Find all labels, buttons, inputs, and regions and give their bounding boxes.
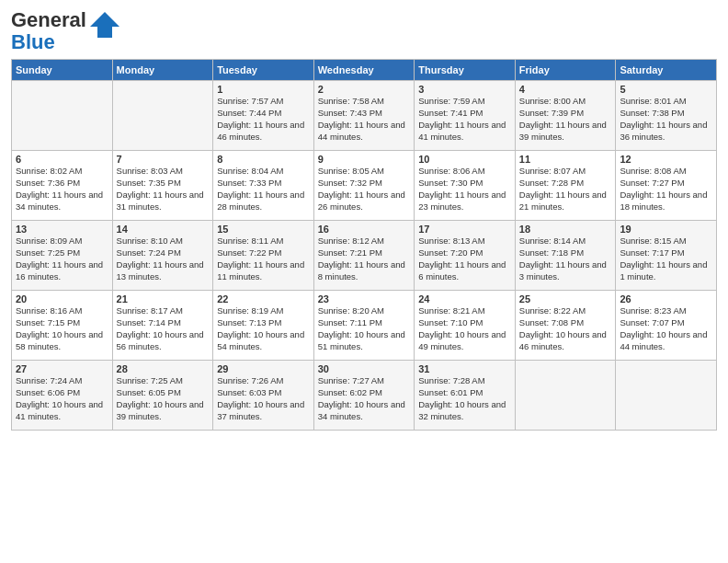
sunrise-text: Sunrise: 7:57 AM — [217, 96, 283, 106]
day-number: 12 — [620, 154, 712, 165]
day-cell: 5Sunrise: 8:01 AMSunset: 7:38 PMDaylight… — [616, 81, 717, 151]
day-cell: 8Sunrise: 8:04 AMSunset: 7:33 PMDaylight… — [213, 151, 314, 221]
day-cell: 25Sunrise: 8:22 AMSunset: 7:08 PMDayligh… — [515, 291, 616, 361]
day-info: Sunrise: 8:15 AMSunset: 7:17 PMDaylight:… — [620, 236, 712, 282]
sunset-text: Sunset: 7:17 PM — [620, 247, 684, 258]
day-cell: 31Sunrise: 7:28 AMSunset: 6:01 PMDayligh… — [415, 361, 516, 431]
day-info: Sunrise: 7:26 AMSunset: 6:03 PMDaylight:… — [217, 375, 310, 422]
daylight-text: Daylight: 10 hours and 32 minutes. — [418, 399, 506, 421]
daylight-text: Daylight: 11 hours and 34 minutes. — [16, 190, 103, 212]
day-number: 26 — [620, 293, 712, 304]
daylight-text: Daylight: 10 hours and 37 minutes. — [217, 399, 304, 421]
sunset-text: Sunset: 7:32 PM — [318, 178, 382, 188]
day-info: Sunrise: 8:17 AMSunset: 7:14 PMDaylight:… — [117, 305, 210, 352]
sunset-text: Sunset: 7:43 PM — [318, 108, 382, 118]
calendar-table: SundayMondayTuesdayWednesdayThursdayFrid… — [11, 59, 717, 431]
day-number: 21 — [117, 293, 210, 304]
daylight-text: Daylight: 11 hours and 23 minutes. — [418, 190, 506, 212]
header: General Blue — [11, 9, 717, 53]
day-info: Sunrise: 7:27 AMSunset: 6:02 PMDaylight:… — [318, 375, 411, 422]
svg-marker-0 — [90, 12, 119, 38]
daylight-text: Daylight: 10 hours and 51 minutes. — [318, 329, 405, 351]
day-cell — [112, 81, 213, 151]
day-cell: 20Sunrise: 8:16 AMSunset: 7:15 PMDayligh… — [12, 291, 113, 361]
daylight-text: Daylight: 11 hours and 21 minutes. — [519, 190, 607, 212]
sunset-text: Sunset: 7:10 PM — [418, 317, 483, 327]
sunrise-text: Sunrise: 7:27 AM — [318, 375, 384, 385]
day-cell: 15Sunrise: 8:11 AMSunset: 7:22 PMDayligh… — [213, 221, 314, 291]
day-info: Sunrise: 8:19 AMSunset: 7:13 PMDaylight:… — [217, 305, 310, 352]
sunset-text: Sunset: 6:02 PM — [318, 387, 382, 397]
daylight-text: Daylight: 11 hours and 36 minutes. — [620, 120, 707, 142]
day-number: 28 — [117, 363, 210, 374]
sunrise-text: Sunrise: 8:07 AM — [519, 166, 586, 176]
sunset-text: Sunset: 7:07 PM — [620, 317, 684, 327]
day-number: 18 — [519, 224, 612, 235]
day-cell: 10Sunrise: 8:06 AMSunset: 7:30 PMDayligh… — [415, 151, 516, 221]
sunset-text: Sunset: 7:28 PM — [519, 178, 584, 188]
day-info: Sunrise: 7:28 AMSunset: 6:01 PMDaylight:… — [418, 375, 511, 422]
week-row-5: 27Sunrise: 7:24 AMSunset: 6:06 PMDayligh… — [12, 361, 717, 431]
day-number: 8 — [217, 154, 310, 165]
day-info: Sunrise: 7:59 AMSunset: 7:41 PMDaylight:… — [418, 96, 511, 143]
day-cell: 19Sunrise: 8:15 AMSunset: 7:17 PMDayligh… — [616, 221, 717, 291]
sunrise-text: Sunrise: 8:11 AM — [217, 236, 283, 246]
sunset-text: Sunset: 6:06 PM — [16, 387, 80, 397]
day-info: Sunrise: 8:22 AMSunset: 7:08 PMDaylight:… — [519, 305, 612, 352]
sunrise-text: Sunrise: 8:16 AM — [16, 305, 82, 316]
sunset-text: Sunset: 7:35 PM — [117, 178, 181, 188]
day-info: Sunrise: 8:10 AMSunset: 7:24 PMDaylight:… — [117, 236, 210, 282]
day-number: 27 — [16, 363, 108, 374]
day-cell: 4Sunrise: 8:00 AMSunset: 7:39 PMDaylight… — [515, 81, 616, 151]
day-cell: 17Sunrise: 8:13 AMSunset: 7:20 PMDayligh… — [415, 221, 516, 291]
sunrise-text: Sunrise: 8:12 AM — [318, 236, 384, 246]
sunrise-text: Sunrise: 8:13 AM — [418, 236, 484, 246]
day-cell: 7Sunrise: 8:03 AMSunset: 7:35 PMDaylight… — [112, 151, 213, 221]
day-number: 23 — [318, 293, 411, 304]
sunrise-text: Sunrise: 7:28 AM — [418, 375, 484, 385]
daylight-text: Daylight: 11 hours and 11 minutes. — [217, 259, 304, 282]
day-info: Sunrise: 8:05 AMSunset: 7:32 PMDaylight:… — [318, 166, 411, 213]
day-cell: 1Sunrise: 7:57 AMSunset: 7:44 PMDaylight… — [213, 81, 314, 151]
sunset-text: Sunset: 7:36 PM — [16, 178, 80, 188]
sunset-text: Sunset: 7:21 PM — [318, 247, 382, 258]
sunrise-text: Sunrise: 8:05 AM — [318, 166, 384, 176]
sunset-text: Sunset: 7:25 PM — [16, 247, 80, 258]
day-info: Sunrise: 8:01 AMSunset: 7:38 PMDaylight:… — [620, 96, 712, 143]
sunrise-text: Sunrise: 8:10 AM — [117, 236, 183, 246]
day-cell: 26Sunrise: 8:23 AMSunset: 7:07 PMDayligh… — [616, 291, 717, 361]
day-number: 7 — [117, 154, 210, 165]
sunrise-text: Sunrise: 8:04 AM — [217, 166, 283, 176]
day-number: 11 — [519, 154, 612, 165]
header-row: SundayMondayTuesdayWednesdayThursdayFrid… — [12, 60, 717, 81]
sunrise-text: Sunrise: 7:24 AM — [16, 375, 82, 385]
day-info: Sunrise: 8:11 AMSunset: 7:22 PMDaylight:… — [217, 236, 310, 282]
daylight-text: Daylight: 11 hours and 41 minutes. — [418, 120, 506, 142]
day-cell: 12Sunrise: 8:08 AMSunset: 7:27 PMDayligh… — [616, 151, 717, 221]
day-number: 13 — [16, 224, 108, 235]
logo-icon — [90, 8, 119, 38]
day-info: Sunrise: 7:24 AMSunset: 6:06 PMDaylight:… — [16, 375, 108, 422]
day-cell — [616, 361, 717, 431]
day-cell — [515, 361, 616, 431]
sunset-text: Sunset: 7:38 PM — [620, 108, 684, 118]
sunset-text: Sunset: 6:01 PM — [418, 387, 483, 397]
day-cell: 21Sunrise: 8:17 AMSunset: 7:14 PMDayligh… — [112, 291, 213, 361]
day-info: Sunrise: 8:03 AMSunset: 7:35 PMDaylight:… — [117, 166, 210, 213]
sunrise-text: Sunrise: 7:25 AM — [117, 375, 183, 385]
day-number: 29 — [217, 363, 310, 374]
sunrise-text: Sunrise: 8:23 AM — [620, 305, 686, 316]
day-cell: 13Sunrise: 8:09 AMSunset: 7:25 PMDayligh… — [12, 221, 113, 291]
sunrise-text: Sunrise: 8:02 AM — [16, 166, 82, 176]
day-cell: 3Sunrise: 7:59 AMSunset: 7:41 PMDaylight… — [415, 81, 516, 151]
logo-general: General — [11, 8, 86, 31]
day-cell: 28Sunrise: 7:25 AMSunset: 6:05 PMDayligh… — [112, 361, 213, 431]
day-number: 31 — [418, 363, 511, 374]
day-number: 6 — [16, 154, 108, 165]
daylight-text: Daylight: 11 hours and 31 minutes. — [117, 190, 204, 212]
daylight-text: Daylight: 11 hours and 16 minutes. — [16, 259, 103, 282]
sunset-text: Sunset: 6:05 PM — [117, 387, 181, 397]
daylight-text: Daylight: 10 hours and 34 minutes. — [318, 399, 405, 421]
sunset-text: Sunset: 7:39 PM — [519, 108, 584, 118]
day-info: Sunrise: 8:02 AMSunset: 7:36 PMDaylight:… — [16, 166, 108, 213]
